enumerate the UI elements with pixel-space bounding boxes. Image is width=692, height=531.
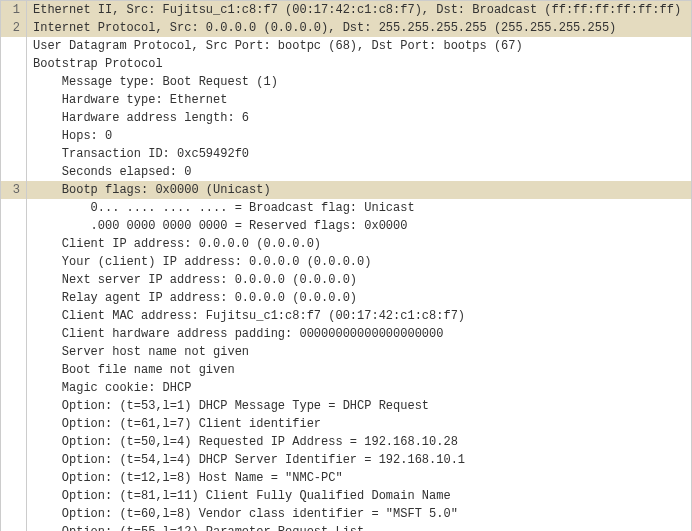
packet-line[interactable]: Next server IP address: 0.0.0.0 (0.0.0.0…	[1, 271, 691, 289]
line-content[interactable]: .000 0000 0000 0000 = Reserved flags: 0x…	[27, 217, 691, 235]
line-number	[1, 433, 27, 451]
packet-line[interactable]: Option: (t=53,l=1) DHCP Message Type = D…	[1, 397, 691, 415]
line-text: Option: (t=81,l=11) Client Fully Qualifi…	[33, 489, 451, 503]
line-text: Relay agent IP address: 0.0.0.0 (0.0.0.0…	[33, 291, 357, 305]
line-content[interactable]: Option: (t=50,l=4) Requested IP Address …	[27, 433, 691, 451]
packet-line[interactable]: Magic cookie: DHCP	[1, 379, 691, 397]
line-content[interactable]: Hardware type: Ethernet	[27, 91, 691, 109]
packet-detail-pane[interactable]: 1Ethernet II, Src: Fujitsu_c1:c8:f7 (00:…	[0, 0, 692, 531]
line-content[interactable]: Option: (t=54,l=4) DHCP Server Identifie…	[27, 451, 691, 469]
line-content[interactable]: Hops: 0	[27, 127, 691, 145]
packet-line[interactable]: Boot file name not given	[1, 361, 691, 379]
line-content[interactable]: Option: (t=81,l=11) Client Fully Qualifi…	[27, 487, 691, 505]
line-content[interactable]: Seconds elapsed: 0	[27, 163, 691, 181]
line-content[interactable]: Hardware address length: 6	[27, 109, 691, 127]
packet-line[interactable]: Transaction ID: 0xc59492f0	[1, 145, 691, 163]
line-text: Client hardware address padding: 0000000…	[33, 327, 443, 341]
line-number	[1, 343, 27, 361]
line-content[interactable]: Your (client) IP address: 0.0.0.0 (0.0.0…	[27, 253, 691, 271]
line-content[interactable]: Magic cookie: DHCP	[27, 379, 691, 397]
line-number	[1, 217, 27, 235]
line-number	[1, 487, 27, 505]
line-content[interactable]: Message type: Boot Request (1)	[27, 73, 691, 91]
packet-line[interactable]: Message type: Boot Request (1)	[1, 73, 691, 91]
packet-line[interactable]: Option: (t=50,l=4) Requested IP Address …	[1, 433, 691, 451]
packet-line[interactable]: Hops: 0	[1, 127, 691, 145]
line-content[interactable]: Boot file name not given	[27, 361, 691, 379]
line-text: Magic cookie: DHCP	[33, 381, 191, 395]
packet-line[interactable]: Bootstrap Protocol	[1, 55, 691, 73]
line-text: Option: (t=12,l=8) Host Name = "NMC-PC"	[33, 471, 343, 485]
line-number	[1, 199, 27, 217]
packet-line[interactable]: Hardware address length: 6	[1, 109, 691, 127]
line-number	[1, 415, 27, 433]
packet-line[interactable]: Option: (t=81,l=11) Client Fully Qualifi…	[1, 487, 691, 505]
line-content[interactable]: User Datagram Protocol, Src Port: bootpc…	[27, 37, 691, 55]
line-content[interactable]: Next server IP address: 0.0.0.0 (0.0.0.0…	[27, 271, 691, 289]
packet-line[interactable]: Option: (t=55,l=12) Parameter Request Li…	[1, 523, 691, 531]
line-number	[1, 271, 27, 289]
line-text: Bootstrap Protocol	[33, 57, 163, 71]
line-content[interactable]: Option: (t=12,l=8) Host Name = "NMC-PC"	[27, 469, 691, 487]
line-number	[1, 289, 27, 307]
packet-line[interactable]: User Datagram Protocol, Src Port: bootpc…	[1, 37, 691, 55]
packet-line[interactable]: Relay agent IP address: 0.0.0.0 (0.0.0.0…	[1, 289, 691, 307]
packet-line[interactable]: Hardware type: Ethernet	[1, 91, 691, 109]
line-content[interactable]: Client hardware address padding: 0000000…	[27, 325, 691, 343]
line-text: Option: (t=60,l=8) Vendor class identifi…	[33, 507, 458, 521]
line-number	[1, 37, 27, 55]
line-text: Hardware type: Ethernet	[33, 93, 227, 107]
line-content[interactable]: 0... .... .... .... = Broadcast flag: Un…	[27, 199, 691, 217]
packet-line[interactable]: Option: (t=61,l=7) Client identifier	[1, 415, 691, 433]
line-content[interactable]: Server host name not given	[27, 343, 691, 361]
line-number	[1, 109, 27, 127]
line-text: Hardware address length: 6	[33, 111, 249, 125]
line-number	[1, 145, 27, 163]
packet-line[interactable]: 1Ethernet II, Src: Fujitsu_c1:c8:f7 (00:…	[1, 1, 691, 19]
line-content[interactable]: Option: (t=53,l=1) DHCP Message Type = D…	[27, 397, 691, 415]
line-text: Transaction ID: 0xc59492f0	[33, 147, 249, 161]
line-number	[1, 253, 27, 271]
line-number	[1, 451, 27, 469]
packet-line[interactable]: Client IP address: 0.0.0.0 (0.0.0.0)	[1, 235, 691, 253]
packet-line[interactable]: Your (client) IP address: 0.0.0.0 (0.0.0…	[1, 253, 691, 271]
line-content[interactable]: Bootstrap Protocol	[27, 55, 691, 73]
packet-line[interactable]: Option: (t=12,l=8) Host Name = "NMC-PC"	[1, 469, 691, 487]
packet-line[interactable]: Option: (t=60,l=8) Vendor class identifi…	[1, 505, 691, 523]
line-text: Next server IP address: 0.0.0.0 (0.0.0.0…	[33, 273, 357, 287]
packet-line[interactable]: Client MAC address: Fujitsu_c1:c8:f7 (00…	[1, 307, 691, 325]
packet-line[interactable]: 0... .... .... .... = Broadcast flag: Un…	[1, 199, 691, 217]
packet-line[interactable]: Client hardware address padding: 0000000…	[1, 325, 691, 343]
line-content[interactable]: Internet Protocol, Src: 0.0.0.0 (0.0.0.0…	[27, 19, 691, 37]
line-content[interactable]: Transaction ID: 0xc59492f0	[27, 145, 691, 163]
line-text: Ethernet II, Src: Fujitsu_c1:c8:f7 (00:1…	[33, 3, 681, 17]
line-text: Option: (t=50,l=4) Requested IP Address …	[33, 435, 458, 449]
line-text: User Datagram Protocol, Src Port: bootpc…	[33, 39, 523, 53]
line-content[interactable]: Client IP address: 0.0.0.0 (0.0.0.0)	[27, 235, 691, 253]
line-text: Your (client) IP address: 0.0.0.0 (0.0.0…	[33, 255, 371, 269]
line-content[interactable]: Option: (t=60,l=8) Vendor class identifi…	[27, 505, 691, 523]
line-text: Option: (t=55,l=12) Parameter Request Li…	[33, 525, 364, 531]
line-content[interactable]: Option: (t=61,l=7) Client identifier	[27, 415, 691, 433]
line-text: Option: (t=53,l=1) DHCP Message Type = D…	[33, 399, 429, 413]
line-number	[1, 163, 27, 181]
line-number	[1, 523, 27, 531]
packet-line[interactable]: 3 Bootp flags: 0x0000 (Unicast)	[1, 181, 691, 199]
line-number	[1, 361, 27, 379]
line-content[interactable]: Ethernet II, Src: Fujitsu_c1:c8:f7 (00:1…	[27, 1, 691, 19]
line-text: Client MAC address: Fujitsu_c1:c8:f7 (00…	[33, 309, 465, 323]
line-number	[1, 325, 27, 343]
packet-line[interactable]: 2Internet Protocol, Src: 0.0.0.0 (0.0.0.…	[1, 19, 691, 37]
line-text: 0... .... .... .... = Broadcast flag: Un…	[33, 201, 415, 215]
line-text: Bootp flags: 0x0000 (Unicast)	[33, 183, 271, 197]
line-number: 2	[1, 19, 27, 37]
line-content[interactable]: Bootp flags: 0x0000 (Unicast)	[27, 181, 691, 199]
line-content[interactable]: Relay agent IP address: 0.0.0.0 (0.0.0.0…	[27, 289, 691, 307]
packet-line[interactable]: .000 0000 0000 0000 = Reserved flags: 0x…	[1, 217, 691, 235]
packet-line[interactable]: Seconds elapsed: 0	[1, 163, 691, 181]
line-content[interactable]: Option: (t=55,l=12) Parameter Request Li…	[27, 523, 691, 531]
packet-line[interactable]: Server host name not given	[1, 343, 691, 361]
line-text: Seconds elapsed: 0	[33, 165, 191, 179]
packet-line[interactable]: Option: (t=54,l=4) DHCP Server Identifie…	[1, 451, 691, 469]
line-content[interactable]: Client MAC address: Fujitsu_c1:c8:f7 (00…	[27, 307, 691, 325]
